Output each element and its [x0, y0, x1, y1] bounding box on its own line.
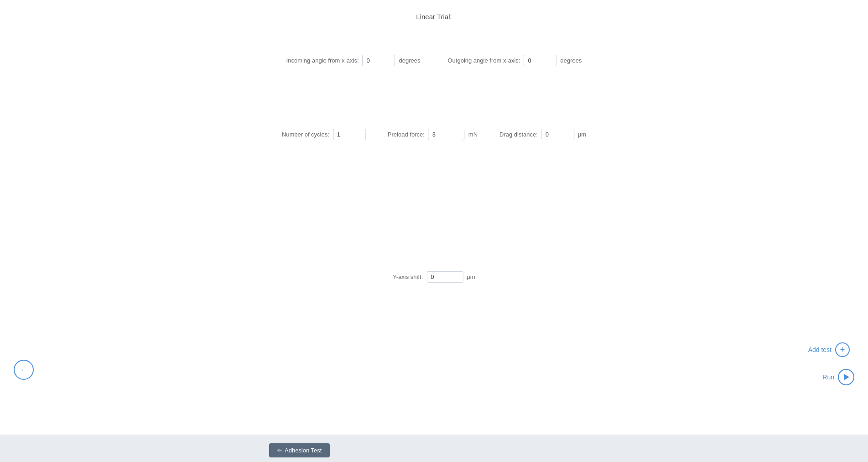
num-cycles-input[interactable]	[333, 129, 366, 140]
outgoing-angle-label: Outgoing angle from x-axis:	[447, 57, 520, 64]
pencil-icon: ✏	[277, 447, 282, 454]
outgoing-angle-input[interactable]	[524, 55, 556, 66]
play-triangle-icon	[844, 374, 849, 380]
page-title: Linear Trial:	[416, 13, 452, 21]
preload-force-group: Preload force: mN	[388, 129, 478, 140]
yaxis-shift-input[interactable]	[426, 271, 463, 283]
incoming-angle-label: Incoming angle from x-axis:	[286, 57, 359, 64]
drag-distance-unit: μm	[578, 131, 586, 138]
drag-distance-label: Drag distance:	[499, 131, 538, 138]
incoming-angle-unit: degrees	[399, 57, 421, 64]
drag-distance-input[interactable]	[541, 129, 574, 140]
incoming-angle-group: Incoming angle from x-axis: degrees	[286, 55, 421, 66]
run-button[interactable]: Run	[822, 369, 854, 385]
back-arrow-icon: ←	[20, 366, 27, 374]
main-content: Linear Trial: Incoming angle from x-axis…	[0, 0, 868, 462]
run-label: Run	[822, 373, 834, 381]
preload-force-input[interactable]	[428, 129, 465, 140]
yaxis-shift-unit: μm	[467, 273, 475, 280]
outgoing-angle-group: Outgoing angle from x-axis: degrees	[447, 55, 582, 66]
run-icon	[838, 369, 854, 385]
num-cycles-group: Number of cycles:	[282, 129, 366, 140]
outgoing-angle-unit: degrees	[560, 57, 582, 64]
yaxis-section: Y-axis shift: μm	[393, 271, 475, 283]
preload-force-unit: mN	[468, 131, 478, 138]
add-test-icon: +	[835, 342, 850, 357]
add-test-label: Add test	[808, 346, 832, 353]
num-cycles-label: Number of cycles:	[282, 131, 329, 138]
bottom-tab-bar: ✏ Adhesion Test	[0, 435, 868, 462]
incoming-angle-input[interactable]	[363, 55, 395, 66]
back-button[interactable]: ←	[14, 360, 34, 380]
cycles-section: Number of cycles: Preload force: mN Drag…	[282, 129, 586, 140]
yaxis-shift-group: Y-axis shift: μm	[393, 271, 475, 283]
adhesion-test-tab[interactable]: ✏ Adhesion Test	[269, 443, 330, 457]
angles-section: Incoming angle from x-axis: degrees Outg…	[286, 55, 582, 66]
preload-force-label: Preload force:	[388, 131, 425, 138]
add-test-button[interactable]: Add test +	[808, 342, 850, 357]
yaxis-shift-label: Y-axis shift:	[393, 273, 423, 280]
tab-label: Adhesion Test	[285, 447, 322, 454]
drag-distance-group: Drag distance: μm	[499, 129, 586, 140]
